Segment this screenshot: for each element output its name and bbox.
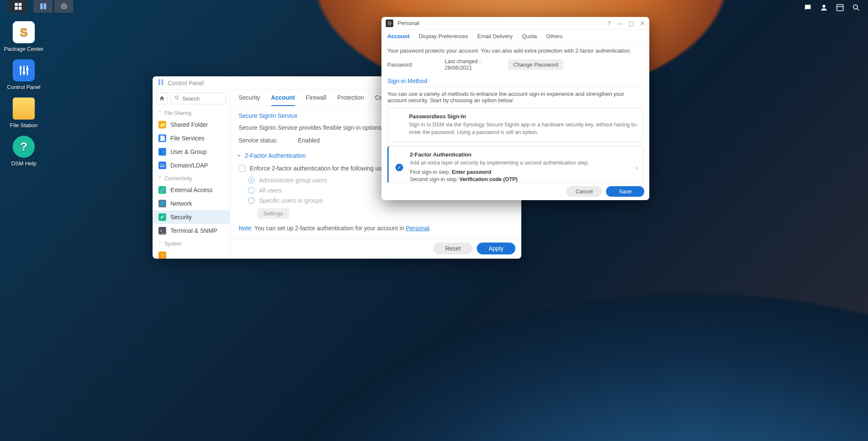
nav-domain-ldap[interactable]: 🗂Domain/LDAP xyxy=(153,159,230,172)
close-icon[interactable]: ✕ xyxy=(640,20,645,27)
svg-point-21 xyxy=(175,96,178,99)
nav-user-group[interactable]: 👥User & Group xyxy=(153,145,230,159)
svg-rect-3 xyxy=(19,7,22,10)
task-personal[interactable] xyxy=(54,0,73,13)
terminal-icon: ›_ xyxy=(159,227,166,234)
cancel-button[interactable]: Cancel xyxy=(566,186,602,197)
card-2fa[interactable]: ✓ 2-Factor Authentication Add an extra l… xyxy=(387,146,643,182)
nav-file-services[interactable]: 📄File Services xyxy=(153,131,230,145)
personal-window: Personal ? — ▢ ✕ Account Display Prefere… xyxy=(381,17,649,200)
shield-icon: ✔ xyxy=(159,213,166,221)
ptab-quota[interactable]: Quota xyxy=(522,33,537,43)
search-icon[interactable] xyxy=(849,2,863,14)
help-icon[interactable]: ? xyxy=(607,20,611,27)
note-text: You can set up 2-factor authentication f… xyxy=(254,225,406,232)
network-icon: 🌐 xyxy=(159,200,166,207)
svg-rect-5 xyxy=(44,3,46,9)
svg-rect-4 xyxy=(40,3,43,9)
folder-icon: 📁 xyxy=(159,121,166,128)
user-icon[interactable] xyxy=(817,2,831,14)
nav-security[interactable]: ✔Security xyxy=(153,210,230,224)
svg-point-16 xyxy=(19,67,22,70)
card-title: Passwordless Sign-In xyxy=(409,113,637,120)
card-title: 2-Factor Authentication xyxy=(410,151,637,158)
svg-rect-0 xyxy=(15,3,18,6)
maximize-icon[interactable]: ▢ xyxy=(629,20,634,27)
nav-shared-folder[interactable]: 📁Shared Folder xyxy=(153,118,230,131)
ptab-others[interactable]: Others xyxy=(546,33,563,43)
tab-protection[interactable]: Protection xyxy=(337,94,364,106)
svg-point-6 xyxy=(61,4,67,9)
taskbar-left xyxy=(8,0,73,13)
settings-button: Settings xyxy=(257,208,289,219)
directory-icon: 🗂 xyxy=(159,162,166,169)
icon-label: File Station xyxy=(3,122,45,128)
svg-point-24 xyxy=(389,22,390,24)
ptab-display[interactable]: Display Preferences xyxy=(419,33,468,43)
svg-point-7 xyxy=(63,6,65,7)
radio-admin-users xyxy=(248,177,255,184)
service-status-value: Enabled xyxy=(298,137,320,144)
icon-label: Control Panel xyxy=(3,84,45,90)
chevron-down-icon: › xyxy=(239,237,241,238)
step1-value: Enter password xyxy=(452,169,492,175)
tab-account[interactable]: Account xyxy=(271,94,295,106)
cp-search[interactable] xyxy=(170,92,226,104)
step1-label: First sign-in step: xyxy=(410,169,452,175)
step2-value: Verification code (OTP) xyxy=(459,176,518,182)
signin-desc: You can use a variety of methods to enha… xyxy=(387,91,643,103)
icon-label: DSM Help xyxy=(3,160,45,167)
enforce-2fa-label: Enforce 2-factor authentication for the … xyxy=(250,165,390,172)
save-button[interactable]: Save xyxy=(606,186,644,197)
personal-titlebar[interactable]: Personal ? — ▢ ✕ xyxy=(381,17,649,30)
personal-tabs: Account Display Preferences Email Delive… xyxy=(381,30,649,43)
nav-info-center[interactable]: i xyxy=(153,248,230,259)
personal-title-text: Personal xyxy=(398,20,419,26)
search-input[interactable] xyxy=(182,95,223,102)
card-passwordless[interactable]: Passwordless Sign-In Sign in to DSM via … xyxy=(387,108,643,142)
external-icon: 🔗 xyxy=(159,186,166,194)
group-file-sharing[interactable]: File Sharing xyxy=(153,107,230,118)
radio-specific-users xyxy=(248,197,255,204)
reset-button[interactable]: Reset xyxy=(433,243,473,254)
svg-rect-1 xyxy=(19,3,22,6)
desktop-icon-dsm-help[interactable]: ? DSM Help xyxy=(3,136,45,167)
step2-label: Second sign-in step: xyxy=(410,176,459,182)
change-password-button[interactable]: Change Password xyxy=(508,59,563,70)
main-menu-button[interactable] xyxy=(8,0,28,13)
search-icon xyxy=(174,95,180,102)
service-status-label: Service status: xyxy=(239,137,298,144)
svg-rect-20 xyxy=(161,79,163,85)
svg-point-17 xyxy=(23,71,25,74)
chat-icon[interactable] xyxy=(801,2,815,14)
widgets-icon[interactable] xyxy=(833,2,847,14)
cp-title-text: Control Panel xyxy=(168,80,204,87)
desktop-icon-file-station[interactable]: File Station xyxy=(3,98,45,128)
nav-network[interactable]: 🌐Network xyxy=(153,197,230,210)
tab-firewall[interactable]: Firewall xyxy=(306,94,326,106)
svg-point-8 xyxy=(823,5,826,8)
enforce-2fa-checkbox[interactable] xyxy=(239,165,245,172)
ptab-account[interactable]: Account xyxy=(387,33,409,43)
taskbar-right xyxy=(799,0,865,15)
home-button[interactable] xyxy=(156,92,168,104)
minimize-icon[interactable]: — xyxy=(617,20,623,27)
svg-rect-19 xyxy=(159,79,160,85)
nav-external-access[interactable]: 🔗External Access xyxy=(153,183,230,197)
tab-security[interactable]: Security xyxy=(239,94,260,106)
desktop-icon-package-center[interactable]: S Package Center xyxy=(3,21,45,52)
personal-link[interactable]: Personal xyxy=(406,225,429,232)
info-icon: i xyxy=(159,251,166,259)
apply-button[interactable]: Apply xyxy=(477,243,515,254)
cp-sidebar: File Sharing 📁Shared Folder 📄File Servic… xyxy=(153,90,230,259)
group-connectivity[interactable]: Connectivity xyxy=(153,172,230,183)
desktop-icon-control-panel[interactable]: Control Panel xyxy=(3,59,45,90)
last-changed: Last changed : 28/06/2021 xyxy=(445,58,508,71)
radio-all-users xyxy=(248,187,255,194)
svg-line-22 xyxy=(178,98,179,100)
ptab-email[interactable]: Email Delivery xyxy=(477,33,512,43)
svg-rect-9 xyxy=(837,5,843,11)
task-control-panel[interactable] xyxy=(33,0,53,13)
group-system[interactable]: System xyxy=(153,237,230,248)
nav-terminal[interactable]: ›_Terminal & SNMP xyxy=(153,224,230,237)
